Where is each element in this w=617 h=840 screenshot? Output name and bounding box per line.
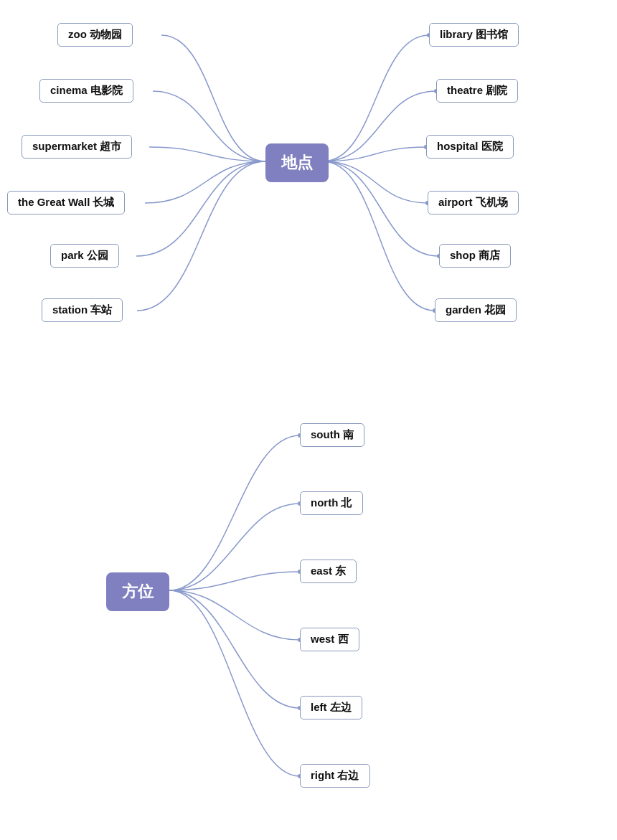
leaf-south: south 南 xyxy=(300,423,364,447)
leaf-right: right 右边 xyxy=(300,764,370,788)
leaf-library: library 图书馆 xyxy=(429,23,519,47)
leaf-park: park 公园 xyxy=(50,244,119,268)
leaf-cinema: cinema 电影院 xyxy=(39,79,133,103)
leaf-greatwall: the Great Wall 长城 xyxy=(7,191,125,214)
mindmap-directions: 方位 south 南 north 北 east 东 west 西 left 左边… xyxy=(0,359,617,840)
leaf-shop: shop 商店 xyxy=(439,244,511,268)
leaf-west: west 西 xyxy=(300,628,359,651)
leaf-hospital: hospital 医院 xyxy=(426,135,514,159)
center-node-directions: 方位 xyxy=(106,572,169,611)
mindmap-places: 地点 zoo 动物园 cinema 电影院 supermarket 超市 the… xyxy=(0,0,617,351)
center-node-places: 地点 xyxy=(265,143,329,182)
leaf-airport: airport 飞机场 xyxy=(428,191,519,214)
leaf-supermarket: supermarket 超市 xyxy=(22,135,132,159)
leaf-theatre: theatre 剧院 xyxy=(436,79,518,103)
leaf-left: left 左边 xyxy=(300,696,362,719)
leaf-zoo: zoo 动物园 xyxy=(57,23,133,47)
leaf-station: station 车站 xyxy=(42,298,123,322)
leaf-east: east 东 xyxy=(300,560,357,583)
leaf-garden: garden 花园 xyxy=(435,298,517,322)
leaf-north: north 北 xyxy=(300,491,363,515)
